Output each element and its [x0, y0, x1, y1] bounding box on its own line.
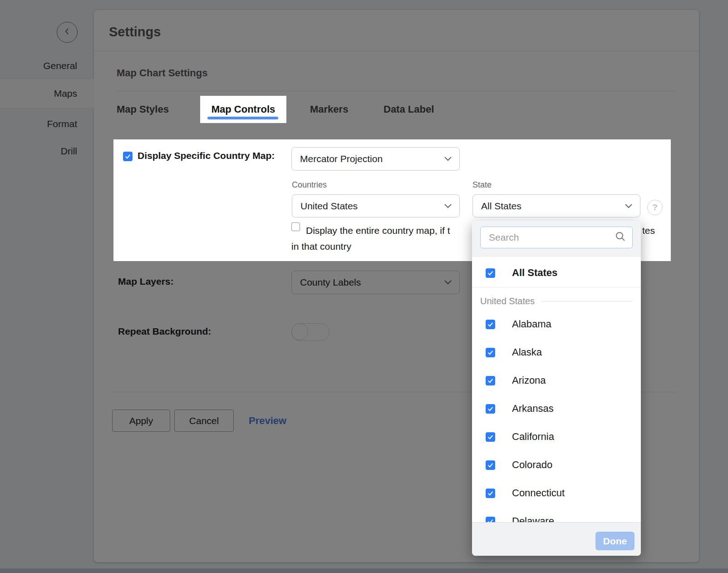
group-header: United States [480, 296, 633, 306]
tab-map-controls-label: Map Controls [212, 104, 275, 115]
state-list-item[interactable]: Connecticut [472, 484, 641, 503]
countries-label: Countries [292, 180, 327, 190]
display-specific-country-label: Display Specific Country Map: [138, 150, 275, 161]
checkbox-checked[interactable] [486, 460, 495, 470]
checkbox-checked[interactable] [486, 489, 495, 498]
tab-map-controls[interactable]: Map Controls [200, 96, 286, 123]
entire-country-checkbox[interactable] [291, 222, 300, 231]
checkbox-checked[interactable] [486, 376, 495, 385]
countries-select[interactable]: United States [292, 194, 460, 217]
checkbox-checked[interactable] [486, 348, 495, 357]
checkbox-checked[interactable] [486, 268, 495, 278]
state-dropdown-popup: All States United States Alabama Alaska … [472, 221, 641, 556]
search-input[interactable] [481, 232, 612, 243]
checkmark-icon [124, 153, 131, 160]
state-select[interactable]: All States [472, 194, 640, 217]
active-tab-underline [207, 117, 278, 119]
state-list-item-label: Delaware [512, 515, 554, 522]
chevron-down-icon [444, 203, 452, 209]
checkbox-checked[interactable] [486, 404, 495, 414]
popup-search-header [472, 221, 641, 257]
state-list-item-label: Arizona [512, 375, 546, 386]
state-value: All States [481, 201, 521, 212]
checkbox-checked[interactable] [486, 517, 495, 523]
popup-footer: Done [472, 522, 641, 556]
state-list-item[interactable]: Arizona [472, 371, 641, 390]
group-divider-line [541, 301, 633, 301]
chevron-down-icon [444, 156, 452, 162]
projection-value: Mercator Projection [300, 153, 383, 164]
state-list-item-label: Alaska [512, 346, 542, 358]
chevron-down-icon [625, 203, 633, 209]
countries-value: United States [300, 201, 358, 212]
search-box[interactable] [480, 227, 633, 248]
state-list-item-label: Alabama [512, 318, 551, 330]
entire-country-text-line1-end: tes [642, 225, 655, 236]
divider [472, 287, 641, 287]
state-list-item-label: Colorado [512, 459, 552, 471]
entire-country-text-line1: Display the entire country map, if t [306, 225, 450, 236]
state-list-item-label: California [512, 431, 554, 443]
state-list-item[interactable]: Alaska [472, 343, 641, 362]
checkbox-checked[interactable] [486, 432, 495, 442]
search-icon[interactable] [615, 231, 626, 244]
popup-list: All States United States Alabama Alaska … [472, 257, 641, 522]
state-list-item[interactable]: California [472, 427, 641, 446]
state-label: State [472, 180, 492, 190]
list-item-label: All States [512, 267, 557, 279]
checkbox-checked[interactable] [486, 320, 495, 329]
state-list-item[interactable]: Alabama [472, 315, 641, 334]
projection-select[interactable]: Mercator Projection [291, 147, 460, 171]
state-list-item[interactable]: Delaware [472, 512, 641, 522]
done-button[interactable]: Done [595, 532, 635, 550]
help-icon[interactable]: ? [647, 200, 663, 215]
group-label: United States [480, 296, 535, 306]
state-list-item-label: Arkansas [512, 403, 554, 415]
list-item-all-states[interactable]: All States [472, 263, 641, 282]
entire-country-text-line2: in that country [291, 241, 351, 252]
state-list-item[interactable]: Arkansas [472, 399, 641, 418]
display-specific-country-checkbox[interactable] [123, 152, 133, 161]
state-list-item-label: Connecticut [512, 487, 565, 499]
state-list-item[interactable]: Colorado [472, 455, 641, 474]
